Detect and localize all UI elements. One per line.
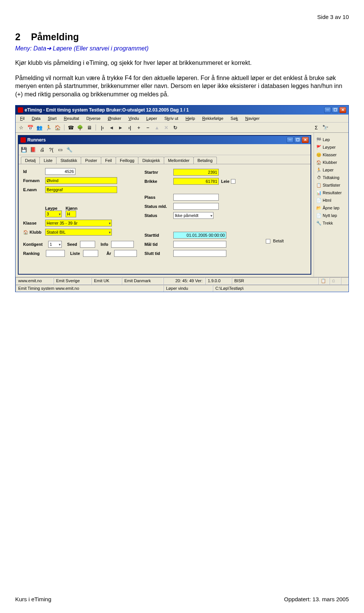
enavn-field[interactable] bbox=[45, 186, 117, 193]
paragraph-1: Kjør klubb vis påmelding i eTiming, og s… bbox=[15, 59, 349, 67]
starttid-label: Starttid bbox=[144, 233, 173, 237]
maltid-field[interactable] bbox=[173, 241, 226, 248]
tab-statistikk[interactable]: Statistikk bbox=[56, 157, 81, 164]
brikke-field[interactable] bbox=[173, 178, 219, 185]
slutttid-field[interactable] bbox=[173, 250, 226, 257]
close-button[interactable]: ✕ bbox=[339, 107, 346, 113]
tree-icon[interactable]: 🌳 bbox=[77, 124, 83, 131]
id-field[interactable] bbox=[45, 168, 75, 175]
sidebar-item-trekk[interactable]: 🔧Trekk bbox=[315, 219, 347, 227]
leie-label: Leie bbox=[221, 179, 229, 184]
statusmld-field[interactable] bbox=[173, 203, 219, 210]
sidebar-item-apnelop[interactable]: 📂Åpne løp bbox=[315, 204, 347, 212]
child-window-title: Runners bbox=[27, 137, 46, 143]
binoculars-icon[interactable]: 🔭 bbox=[322, 124, 329, 131]
sidebar-item-klasser[interactable]: 😊Klasser bbox=[315, 151, 347, 159]
nav-next-icon[interactable]: ► bbox=[117, 124, 124, 131]
startnr-field[interactable] bbox=[173, 169, 219, 176]
child-maximize-button[interactable]: ☐ bbox=[294, 137, 301, 143]
child-close-button[interactable]: ✕ bbox=[302, 137, 309, 143]
tab-liste[interactable]: Liste bbox=[39, 157, 56, 164]
window-title: eTiming - Emit timing system Testløp Bru… bbox=[25, 107, 189, 113]
kjonn-field[interactable] bbox=[66, 211, 76, 217]
card-icon[interactable]: ▭ bbox=[56, 146, 64, 153]
house-icon[interactable]: 🏠 bbox=[54, 124, 61, 131]
menu-diverse[interactable]: Diverse bbox=[83, 115, 104, 121]
page-header: Side 3 av 10 bbox=[15, 14, 349, 20]
sidebar-item-tidtaking[interactable]: ⏱Tidtaking bbox=[315, 174, 347, 181]
remove-icon[interactable]: − bbox=[144, 124, 151, 131]
flag-icon[interactable]: 📕 bbox=[29, 146, 37, 153]
child-minimize-button[interactable]: ─ bbox=[287, 137, 293, 143]
cancel-icon[interactable]: ✕ bbox=[163, 124, 169, 131]
sidebar-item-html[interactable]: 📄Html bbox=[315, 196, 347, 204]
tab-feillogg[interactable]: Feillogg bbox=[116, 157, 139, 164]
tab-poster[interactable]: Poster bbox=[81, 157, 101, 164]
tab-mellomtider[interactable]: Mellomtider bbox=[164, 157, 194, 164]
menu-hjelp[interactable]: Hjelp bbox=[182, 115, 198, 121]
seed-field[interactable] bbox=[80, 241, 95, 248]
info-field[interactable] bbox=[111, 241, 134, 248]
up-icon[interactable]: ▲ bbox=[154, 124, 160, 131]
toolbar-icon[interactable]: ☆ bbox=[18, 124, 25, 131]
lop-icon: 🏁 bbox=[316, 137, 322, 142]
startlister-icon: 📋 bbox=[316, 182, 322, 188]
people-icon[interactable]: 👥 bbox=[36, 124, 43, 131]
loype-dropdown[interactable]: 3 bbox=[45, 211, 62, 217]
add-icon[interactable]: + bbox=[135, 124, 142, 131]
nav-prev-icon[interactable]: ◄ bbox=[108, 124, 115, 131]
phone-icon[interactable]: ☎ bbox=[67, 124, 74, 131]
tab-feil[interactable]: Feil bbox=[101, 157, 116, 164]
klasse-label: Klasse bbox=[23, 221, 45, 225]
liste-field[interactable] bbox=[83, 250, 98, 257]
print-icon[interactable]: 🖨 bbox=[38, 146, 46, 153]
ranking-field[interactable] bbox=[46, 250, 65, 257]
query-icon[interactable]: ?{ bbox=[47, 146, 55, 153]
fornavn-field[interactable] bbox=[45, 177, 117, 184]
runner-icon[interactable]: 🏃 bbox=[45, 124, 52, 131]
sidebar-item-klubber[interactable]: 🏠Klubber bbox=[315, 159, 347, 166]
leie-checkbox[interactable] bbox=[231, 179, 235, 184]
screen-icon[interactable]: 🖥 bbox=[86, 124, 93, 131]
sidebar-item-lop[interactable]: 🏁Løp bbox=[315, 136, 347, 143]
menu-rekkefolge[interactable]: Rekkefølge bbox=[199, 115, 226, 121]
nav-last-icon[interactable]: ›| bbox=[126, 124, 133, 131]
menu-start[interactable]: Start bbox=[45, 115, 60, 121]
right-sidebar: 🏁Løp 🚩Løyper 😊Klasser 🏠Klubber 🏃Løper ⏱T… bbox=[314, 133, 348, 277]
sum-icon[interactable]: Σ bbox=[313, 124, 320, 131]
sidebar-item-loper[interactable]: 🏃Løper bbox=[315, 166, 347, 174]
save-icon[interactable]: 💾 bbox=[20, 146, 28, 153]
tool-icon[interactable]: 🔧 bbox=[66, 146, 73, 153]
sidebar-item-startlister[interactable]: 📋Startlister bbox=[315, 181, 347, 189]
klasse-dropdown[interactable]: Herrer 35 - 39 år bbox=[45, 220, 112, 226]
menu-resultat[interactable]: Resultat bbox=[61, 115, 82, 121]
sidebar-item-nyttlop[interactable]: 📄Nytt løp bbox=[315, 212, 347, 219]
menu-skrivut[interactable]: Skriv ut bbox=[161, 115, 181, 121]
maltid-label: Mål tid bbox=[144, 242, 173, 247]
menu-data[interactable]: Data bbox=[29, 115, 44, 121]
sidebar-item-resultater[interactable]: 📊Resultater bbox=[315, 189, 347, 196]
tab-detalj[interactable]: Detalj bbox=[21, 157, 40, 164]
menu-loper[interactable]: Løper bbox=[143, 115, 160, 121]
nav-first-icon[interactable]: |‹ bbox=[99, 124, 106, 131]
status-dropdown[interactable]: Ikke påmeldt bbox=[173, 212, 213, 219]
menu-onsker[interactable]: Ønsker bbox=[105, 115, 124, 121]
tab-disksjekk[interactable]: Disksjekk bbox=[138, 157, 164, 164]
menu-sok[interactable]: Søk bbox=[228, 115, 241, 121]
plass-field[interactable] bbox=[173, 194, 219, 201]
kontigent-dropdown[interactable]: 1 bbox=[48, 241, 62, 248]
tab-betaling[interactable]: Betaling bbox=[193, 157, 217, 164]
refresh-icon[interactable]: ↻ bbox=[172, 124, 179, 131]
sidebar-item-loyper[interactable]: 🚩Løyper bbox=[315, 143, 347, 151]
maximize-button[interactable]: ☐ bbox=[332, 107, 339, 113]
klubb-dropdown[interactable]: Statoil BIL bbox=[45, 229, 112, 236]
betalt-checkbox[interactable] bbox=[266, 239, 270, 244]
calendar-icon[interactable]: 📅 bbox=[27, 124, 34, 131]
minimize-button[interactable]: ─ bbox=[324, 107, 331, 113]
starttid-field[interactable] bbox=[173, 232, 226, 239]
menu-vindu[interactable]: Vindu bbox=[126, 115, 142, 121]
menu-fil[interactable]: Fil bbox=[17, 115, 28, 121]
status-time: 20: 45: 49 Ver: bbox=[163, 277, 205, 284]
ar-field[interactable] bbox=[114, 250, 137, 257]
menu-naviger[interactable]: Naviger bbox=[242, 115, 263, 121]
